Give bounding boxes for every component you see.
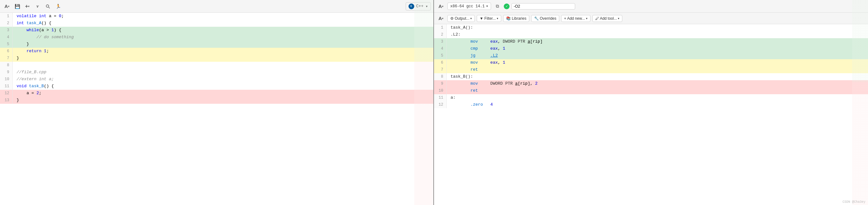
- source-line-5: 5 }: [0, 41, 433, 48]
- libraries-label: Libraries: [512, 16, 526, 21]
- line-num-13: 13: [0, 97, 13, 104]
- line-content-6: return 1;: [13, 48, 433, 55]
- asm-num-5: 5: [434, 52, 447, 59]
- line-content-13: }: [13, 97, 433, 104]
- line-num-1: 1: [0, 13, 13, 20]
- search-button[interactable]: [43, 2, 52, 11]
- line-num-10: 10: [0, 76, 13, 83]
- external-link-button[interactable]: ⧉: [493, 2, 502, 11]
- left-toolbar: A ▾ 💾 + ▾ ν: [0, 0, 433, 13]
- asm-line-5: 5 jg .L2: [434, 52, 868, 59]
- source-line-2: 2 int task_A() {: [0, 20, 433, 27]
- asm-content-9: mov DWORD PTR a[rip], 2: [447, 80, 868, 87]
- filter-icon: ▼: [479, 16, 484, 21]
- search-icon: [45, 4, 50, 9]
- asm-line-2: 2 .L2:: [434, 31, 868, 38]
- line-num-3: 3: [0, 27, 13, 34]
- asm-line-4: 4 cmp eax, 1: [434, 45, 868, 52]
- right-font-icon: A: [438, 3, 442, 9]
- asm-content-2: .L2:: [447, 31, 868, 38]
- cpp-icon: C: [408, 3, 414, 9]
- asm-line-3: 3 mov eax, DWORD PTR a[rip]: [434, 38, 868, 45]
- vim-icon: ν: [37, 3, 39, 9]
- overrides-button[interactable]: 🔧 Overrides: [531, 15, 559, 22]
- output-font-icon: A: [438, 15, 442, 21]
- asm-num-12: 12: [434, 101, 447, 108]
- run-icon: 🏃: [56, 4, 61, 9]
- assembly-code-area[interactable]: 1 task_A(): 2 .L2: 3 mov eax, DWORD PTR …: [434, 24, 868, 205]
- filter-label: Filter...: [484, 16, 496, 21]
- asm-line-9: 9 mov DWORD PTR a[rip], 2: [434, 80, 868, 87]
- libraries-button[interactable]: 📚 Libraries: [503, 15, 529, 22]
- add-new-button[interactable]: + Add new... ▾: [561, 15, 590, 22]
- asm-line-8: 8 task_B():: [434, 73, 868, 80]
- asm-content-12: .zero 4: [447, 101, 868, 108]
- asm-num-11: 11: [434, 94, 447, 101]
- asm-num-4: 4: [434, 45, 447, 52]
- font-dropdown-icon: ▾: [8, 5, 9, 8]
- libraries-icon: 📚: [506, 16, 511, 21]
- asm-line-10: 10 ret: [434, 87, 868, 94]
- line-num-6: 6: [0, 48, 13, 55]
- output-label: Output...: [455, 16, 469, 21]
- line-num-5: 5: [0, 41, 13, 48]
- compiler-options-input[interactable]: [512, 3, 575, 9]
- asm-content-11: a:: [447, 94, 868, 101]
- compiler-selector[interactable]: x86-64 gcc 14.1 ▾: [447, 3, 491, 10]
- compiler-dropdown-icon: ▾: [486, 4, 488, 9]
- line-num-7: 7: [0, 55, 13, 62]
- source-code-area[interactable]: 1 volatile int a = 0; 2 int task_A() { 3…: [0, 13, 433, 205]
- watermark: CSDN @Cha3ey: [842, 200, 865, 204]
- asm-line-6: 6 mov eax, 1: [434, 59, 868, 66]
- save-button[interactable]: 💾: [13, 2, 22, 11]
- output-button[interactable]: ⚙ Output... ▾: [447, 15, 475, 22]
- asm-line-12: 12 .zero 4: [434, 101, 868, 108]
- line-content-8: [13, 62, 433, 69]
- source-line-11: 11 void task_B() {: [0, 83, 433, 90]
- add-icon: +: [25, 3, 28, 9]
- filter-button[interactable]: ▼ Filter... ▾: [477, 15, 501, 22]
- save-icon: 💾: [15, 4, 20, 9]
- asm-num-8: 8: [434, 73, 447, 80]
- asm-num-1: 1: [434, 24, 447, 31]
- source-line-8: 8: [0, 62, 433, 69]
- source-line-1: 1 volatile int a = 0;: [0, 13, 433, 20]
- right-font-dropdown-icon: ▾: [442, 5, 443, 8]
- add-new-dropdown-icon: ▾: [586, 17, 588, 20]
- line-num-2: 2: [0, 20, 13, 27]
- source-line-13: 13 }: [0, 97, 433, 104]
- line-content-5: }: [13, 41, 433, 48]
- overrides-icon: 🔧: [534, 16, 539, 21]
- filter-dropdown-icon: ▾: [497, 17, 498, 20]
- asm-content-6: mov eax, 1: [447, 59, 868, 66]
- line-num-9: 9: [0, 69, 13, 76]
- line-num-12: 12: [0, 90, 13, 97]
- font-icon: A: [4, 3, 8, 9]
- vim-button[interactable]: ν: [33, 2, 42, 11]
- asm-num-7: 7: [434, 66, 447, 73]
- add-button[interactable]: + ▾: [23, 2, 32, 11]
- asm-num-6: 6: [434, 59, 447, 66]
- run-button[interactable]: 🏃: [54, 2, 62, 11]
- add-dropdown-icon: ▾: [28, 5, 30, 8]
- output-font-dropdown-icon: ▾: [442, 17, 443, 20]
- asm-content-10: ret: [447, 87, 868, 94]
- source-line-6: 6 return 1;: [0, 48, 433, 55]
- svg-point-0: [46, 5, 49, 7]
- font-button[interactable]: A ▾: [3, 2, 11, 11]
- line-content-2: int task_A() {: [13, 20, 433, 27]
- line-content-11: void task_B() {: [13, 83, 433, 90]
- output-toolbar: A ▾ ⚙ Output... ▾ ▼ Filter... ▾ 📚 Librar…: [434, 13, 868, 24]
- line-content-7: }: [13, 55, 433, 62]
- compiler-toolbar: A ▾ x86-64 gcc 14.1 ▾ ⧉: [434, 0, 868, 13]
- asm-content-8: task_B():: [447, 73, 868, 80]
- source-line-4: 4 // do something: [0, 34, 433, 41]
- add-tool-button[interactable]: 🖊 Add tool... ▾: [592, 15, 623, 22]
- right-font-button[interactable]: A ▾: [437, 2, 445, 11]
- compiler-label: x86-64 gcc 14.1: [450, 4, 485, 9]
- source-line-10: 10 //extern int a;: [0, 76, 433, 83]
- asm-num-9: 9: [434, 80, 447, 87]
- source-line-9: 9 //file_B.cpp: [0, 69, 433, 76]
- asm-content-7: ret: [447, 66, 868, 73]
- output-font-button[interactable]: A ▾: [437, 14, 445, 23]
